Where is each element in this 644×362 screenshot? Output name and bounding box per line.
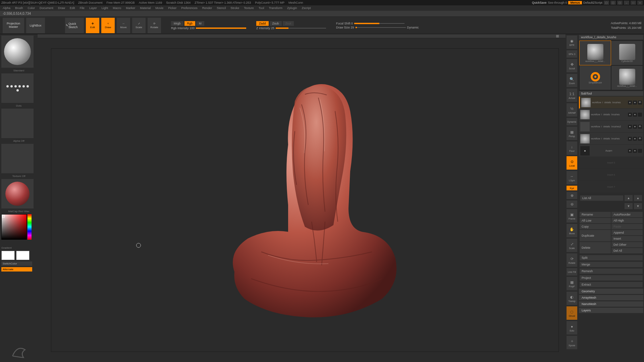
insert-button[interactable]: Insert: [611, 236, 643, 241]
menu-texture[interactable]: Texture: [244, 6, 254, 10]
layers-header[interactable]: Layers: [579, 308, 643, 313]
rgb-intensity-slider[interactable]: [196, 28, 246, 28]
autoreorder-button[interactable]: AutoReorder: [611, 212, 643, 217]
delother-button[interactable]: Del Other: [611, 242, 643, 247]
rotate-nav-button[interactable]: ⟳Rotate: [567, 253, 577, 267]
extract-button[interactable]: Extract: [580, 282, 643, 287]
allhigh-button[interactable]: All High: [611, 218, 643, 223]
delall-button[interactable]: Del All: [611, 248, 643, 253]
paste-button[interactable]: Paste: [611, 224, 643, 229]
lsym-button[interactable]: ↔LSym: [567, 171, 577, 184]
menu-macro[interactable]: Macro: [113, 6, 121, 10]
draw-mode-button[interactable]: ✧ Draw: [101, 18, 115, 33]
menu-file[interactable]: File: [80, 6, 85, 10]
tool-name-field[interactable]: workflow_l_details_brushe: [579, 35, 643, 40]
menu-zplugin[interactable]: Zplugin: [287, 6, 297, 10]
rgb-button[interactable]: Rgb: [184, 21, 196, 26]
z-intensity-label[interactable]: Z Intensity 25: [256, 26, 274, 30]
quicksave-button[interactable]: QuickSave: [532, 1, 547, 4]
alpha-selector[interactable]: [1, 109, 34, 138]
zadd-button[interactable]: Zadd: [256, 21, 269, 26]
move-down-button[interactable]: ▼: [634, 203, 642, 209]
spix-button[interactable]: SPix 3: [567, 50, 577, 58]
alternate-button[interactable]: Alternate: [1, 267, 32, 272]
top-ruler[interactable]: [38, 34, 566, 38]
quicksketch-button[interactable]: ✎ Quick Sketch: [65, 18, 84, 33]
floor-button[interactable]: ↓Floor: [567, 141, 577, 155]
visibility-icon[interactable]: 👁: [638, 101, 642, 105]
mrgb-button[interactable]: Mrgb: [171, 21, 183, 26]
aahalf-button[interactable]: ½AAHalf: [567, 103, 577, 117]
geometry-header[interactable]: Geometry: [579, 289, 643, 294]
delete-button[interactable]: Delete: [580, 242, 611, 253]
switchcolor-button[interactable]: SwitchColor: [1, 261, 32, 266]
main-color-swatch[interactable]: [1, 251, 15, 260]
window-btn-1[interactable]: ▢: [604, 1, 609, 5]
menu-layer[interactable]: Layer: [89, 6, 97, 10]
menu-brush[interactable]: Brush: [15, 6, 23, 10]
menu-alpha[interactable]: Alpha: [3, 6, 10, 10]
split-button[interactable]: Split: [580, 255, 643, 260]
lightbox-button[interactable]: LightBox: [26, 18, 45, 33]
menu-zscript[interactable]: Zscript: [302, 6, 311, 10]
edit-mode-button[interactable]: ✥ Edit: [86, 18, 99, 33]
xpose-button[interactable]: ✧Xpose: [567, 336, 577, 349]
subtool-row-2[interactable]: workflow_l_details_brushes2 ●●👁: [579, 121, 643, 133]
menu-draw[interactable]: Draw: [58, 6, 65, 10]
menu-movie[interactable]: Movie: [155, 6, 163, 10]
move-down-1-button[interactable]: ▼: [625, 203, 633, 209]
local-button[interactable]: ⊙Local: [567, 156, 577, 170]
close-icon[interactable]: ×: [637, 1, 643, 5]
nanomesh-header[interactable]: NanoMesh: [579, 301, 643, 307]
menu-edit[interactable]: Edit: [70, 6, 75, 10]
menu-render[interactable]: Render: [202, 6, 212, 10]
transp-button[interactable]: ◐Transp: [567, 292, 577, 305]
texture-selector[interactable]: [1, 144, 34, 173]
rotate-mode-button[interactable]: ⟳ Rotate: [148, 18, 161, 33]
arraymesh-header[interactable]: ArrayMesh: [579, 295, 643, 300]
xyz-button[interactable]: Xyz: [567, 186, 577, 190]
window-btn-2[interactable]: ▢: [610, 1, 616, 5]
scroll-button[interactable]: ✥Scroll: [567, 59, 577, 72]
subtool-row-3[interactable]: workflow_l_details_brushes ●●👁: [579, 133, 643, 145]
menu-stencil[interactable]: Stencil: [217, 6, 226, 10]
m-button[interactable]: M: [196, 21, 204, 26]
menu-material[interactable]: Material: [140, 6, 151, 10]
menu-picker[interactable]: Picker: [168, 6, 176, 10]
solo-button[interactable]: ●Solo: [567, 321, 577, 335]
move-up-1-button[interactable]: ▲: [625, 195, 633, 201]
subtool-row-0[interactable]: workflow_l_details_brushes ●●👁: [579, 97, 643, 109]
copy-button[interactable]: Copy: [580, 224, 611, 229]
zoom-button[interactable]: 🔍Zoom: [567, 74, 577, 87]
menu-marker[interactable]: Marker: [126, 6, 135, 10]
project-button[interactable]: Project: [580, 275, 643, 281]
nav-small-2[interactable]: ⊖: [567, 200, 577, 208]
menu-transform[interactable]: Transform: [269, 6, 282, 10]
polyf-button[interactable]: ▦PolyF: [567, 277, 577, 290]
z-intensity-slider[interactable]: [276, 28, 326, 28]
bpr-button[interactable]: ◉BPR: [567, 36, 577, 49]
projection-master-button[interactable]: Projection Master: [3, 18, 24, 33]
menu-preferences[interactable]: Preferences: [181, 6, 198, 10]
alllow-button[interactable]: All Low: [580, 218, 611, 223]
scale-nav-button[interactable]: ⤢Scale: [567, 239, 577, 252]
gradient-label[interactable]: Gradient: [1, 246, 36, 249]
subtool-header[interactable]: SubTool: [579, 91, 643, 96]
menu-tool[interactable]: Tool: [259, 6, 264, 10]
actual-button[interactable]: 1:1Actual: [567, 88, 577, 102]
zsub-button[interactable]: Zsub: [270, 21, 282, 26]
seethrough-slider[interactable]: See-through 0: [548, 1, 567, 4]
frame-button[interactable]: ▣Frame: [567, 209, 577, 223]
append-button[interactable]: Append: [611, 230, 643, 235]
focal-shift-slider[interactable]: [354, 23, 405, 24]
draw-size-label[interactable]: Draw Size 29: [336, 26, 354, 29]
menu-stroke[interactable]: Stroke: [230, 6, 239, 10]
focal-shift-label[interactable]: Focal Shift 0: [336, 22, 353, 25]
menu-light[interactable]: Light: [102, 6, 108, 10]
viewport-canvas[interactable]: [38, 38, 566, 362]
rgb-intensity-label[interactable]: Rgb Intensity 100: [171, 26, 195, 30]
dynamic-persp-button[interactable]: Dynamic: [567, 118, 577, 125]
list-all-button[interactable]: List All: [580, 195, 623, 201]
tool-cell-1[interactable]: Cylinder3D: [611, 41, 643, 65]
menu-color[interactable]: Color: [28, 6, 35, 10]
